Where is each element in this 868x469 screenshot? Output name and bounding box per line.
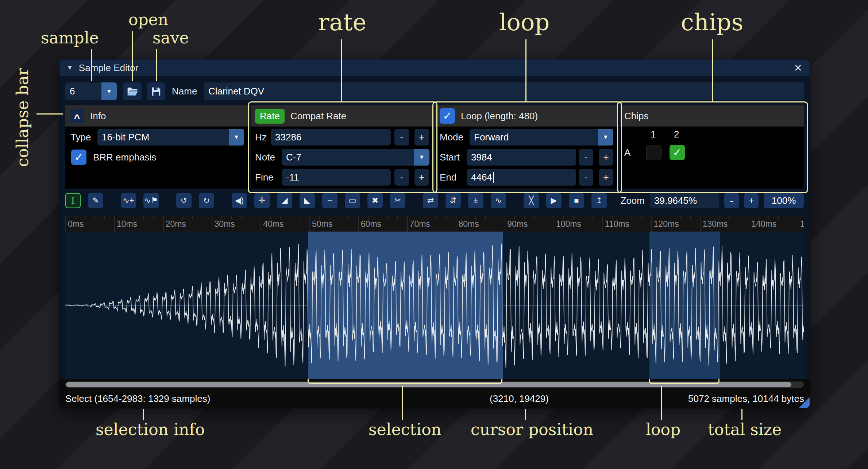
toolbar-insert-silence-button[interactable]: ┄ <box>322 193 337 208</box>
annotation-line-loop-bottom <box>661 386 662 420</box>
waveform-display[interactable] <box>65 232 804 379</box>
ruler-tick <box>358 216 359 232</box>
save-sample-button[interactable] <box>147 82 165 100</box>
brr-emphasis-checkbox[interactable]: ✓ <box>71 150 86 165</box>
toolbar-delete-button[interactable]: ✖ <box>367 193 383 208</box>
annotation-line-rate <box>341 39 342 102</box>
chip-1-checkbox[interactable] <box>646 145 661 160</box>
loop-end-decrease-button[interactable]: - <box>579 169 593 186</box>
hz-increase-button[interactable]: + <box>414 129 429 146</box>
sample-number-select[interactable]: 6 ▼ <box>65 82 117 100</box>
type-label: Type <box>70 129 91 146</box>
toolbar-sign-button[interactable]: ± <box>468 193 483 208</box>
ruler-minor-tick <box>143 216 144 220</box>
toolbar-normalize-button[interactable]: ✛ <box>254 193 270 208</box>
loop-start-input[interactable]: 3984 <box>467 149 576 166</box>
check-icon: ✓ <box>74 151 83 163</box>
loop-start-increase-button[interactable]: + <box>599 149 613 166</box>
toolbar-edit-mode-select-button[interactable]: I <box>65 193 81 208</box>
loop-start-decrease-button[interactable]: - <box>579 149 593 166</box>
ruler-label: 0ms <box>68 219 84 229</box>
annotation-line-collapse-bar <box>36 113 63 115</box>
zoom-controls: Zoom 39.9645% - + 100% <box>621 193 804 208</box>
toolbar-filter-button[interactable]: ∿ <box>491 193 506 208</box>
zoom-input[interactable]: 39.9645% <box>650 193 719 208</box>
hz-value: 33286 <box>275 132 301 143</box>
chips-panel-title: Chips <box>624 111 648 122</box>
window-collapse-icon[interactable]: ▼ <box>67 64 73 71</box>
ruler-tick <box>798 216 798 232</box>
chevron-down-icon[interactable]: ▼ <box>101 82 117 100</box>
ruler-minor-tick <box>436 216 437 220</box>
toolbar-invert-button[interactable]: ⇵ <box>445 193 461 208</box>
toolbar-edit-mode-draw-button[interactable]: ✎ <box>88 193 103 208</box>
scrollbar-thumb[interactable] <box>66 382 791 387</box>
annotation-line-cursor-position <box>525 409 526 420</box>
folder-open-icon <box>127 86 138 97</box>
fine-increase-button[interactable]: + <box>414 169 429 186</box>
hz-decrease-button[interactable]: - <box>394 129 409 146</box>
ruler-label: 30ms <box>214 219 235 229</box>
toolbar-amplify-button[interactable]: ◀) <box>232 193 247 208</box>
info-panel: ^ Info Type 16-bit PCM ▼ ✓ BRR emphasis <box>65 105 250 189</box>
toolbar-redo-button[interactable]: ↻ <box>199 193 214 208</box>
sample-name-label: Name <box>172 82 197 100</box>
fine-input[interactable]: -11 <box>282 169 391 186</box>
toolbar-reverse-button[interactable]: ⇄ <box>423 193 438 208</box>
chevron-down-icon[interactable]: ▼ <box>414 149 429 166</box>
sample-type-value: 16-bit PCM <box>97 129 229 146</box>
toolbar-fade-in-button[interactable]: ◢ <box>277 193 292 208</box>
chevron-up-icon: ^ <box>74 111 80 125</box>
chip-column-1-label: 1 <box>651 126 656 143</box>
sample-type-select[interactable]: 16-bit PCM ▼ <box>97 129 244 146</box>
sample-name-input[interactable]: Clarinet DQV <box>204 82 804 100</box>
loop-panel: ✓ Loop (length: 480) Mode Forward ▼ Star… <box>435 105 618 189</box>
rate-mode-button[interactable]: Rate <box>255 109 285 124</box>
zoom-reset-button[interactable]: 100% <box>764 193 804 208</box>
timeline-ruler[interactable]: 0ms10ms20ms30ms40ms50ms60ms70ms80ms90ms1… <box>65 216 804 232</box>
loop-mode-select[interactable]: Forward ▼ <box>470 129 613 146</box>
annotation-selection-info-label: selection info <box>96 420 205 439</box>
loop-end-input[interactable]: 4464 <box>467 169 576 186</box>
ruler-label: 20ms <box>166 219 186 229</box>
loop-panel-title: Loop (length: 480) <box>461 111 538 122</box>
loop-end-value: 4464 <box>471 172 492 183</box>
ruler-tick <box>505 216 505 232</box>
ruler-minor-tick <box>153 216 154 220</box>
toolbar-preview-button[interactable]: ▶ <box>546 193 562 208</box>
toolbar-stop-preview-button[interactable]: ■ <box>569 193 584 208</box>
loop-enabled-checkbox[interactable]: ✓ <box>440 108 455 124</box>
sample-name-value: Clarinet DQV <box>208 86 264 97</box>
toolbar-apply-silence-button[interactable]: ▭ <box>345 193 360 208</box>
ruler-minor-tick <box>348 216 349 220</box>
toolbar-import-button[interactable]: ↥ <box>591 193 607 208</box>
toolbar-fade-out-button[interactable]: ◣ <box>300 193 315 208</box>
zoom-in-button[interactable]: + <box>744 193 759 208</box>
chevron-down-icon[interactable]: ▼ <box>598 129 613 146</box>
chevron-down-icon[interactable]: ▼ <box>229 129 244 146</box>
ruler-label: 120ms <box>654 219 679 229</box>
toolbar-trim-button[interactable]: ✂ <box>390 193 405 208</box>
collapse-info-button[interactable]: ^ <box>70 109 84 123</box>
note-select[interactable]: C-7 ▼ <box>282 149 429 166</box>
window-titlebar[interactable]: ▼ Sample Editor ✕ <box>59 59 810 76</box>
info-panel-header[interactable]: ^ Info <box>65 105 250 127</box>
hz-input[interactable]: 33286 <box>271 129 391 146</box>
fine-decrease-button[interactable]: - <box>394 169 409 186</box>
ruler-minor-tick <box>300 216 300 220</box>
toolbar-resize-button[interactable]: ∿+ <box>121 193 136 208</box>
ruler-minor-tick <box>192 216 193 220</box>
chip-2-checkbox[interactable]: ✓ <box>670 145 685 160</box>
resize-grip[interactable] <box>799 397 810 408</box>
window-title: Sample Editor <box>79 62 138 74</box>
info-panel-title: Info <box>90 111 106 122</box>
toolbar-resample-button[interactable]: ∿⚑ <box>143 193 159 208</box>
open-sample-button[interactable] <box>123 82 142 100</box>
zoom-out-button[interactable]: - <box>724 193 739 208</box>
ruler-tick <box>114 216 115 232</box>
toolbar-crossfade-button[interactable]: ╳ <box>524 193 539 208</box>
loop-end-increase-button[interactable]: + <box>599 169 613 186</box>
close-button[interactable]: ✕ <box>794 62 802 74</box>
toolbar-undo-button[interactable]: ↺ <box>176 193 192 208</box>
horizontal-scrollbar[interactable] <box>65 381 804 388</box>
